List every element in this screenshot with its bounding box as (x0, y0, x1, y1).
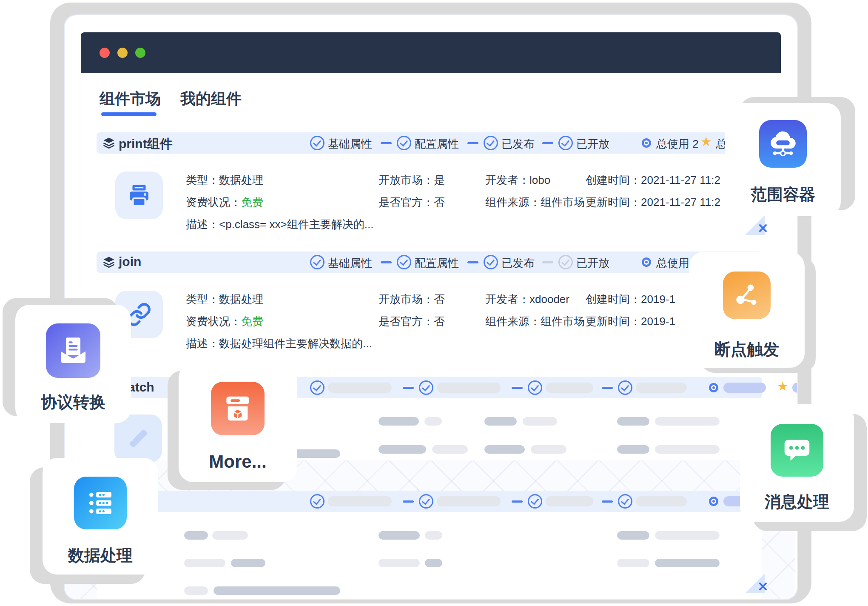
feature-card-label: 数据处理 (43, 545, 158, 566)
usage-count: 总使用 2 (656, 137, 699, 152)
step-check-icon (310, 136, 324, 150)
step-dash (542, 261, 553, 263)
card-title: join (119, 254, 141, 269)
usage-icon (642, 257, 651, 267)
step-check-icon (618, 380, 632, 395)
step-label-skeleton (636, 496, 687, 506)
step-check-icon (397, 136, 411, 150)
feature-card-more[interactable]: More... (179, 363, 297, 482)
field-value: 否 (434, 315, 445, 328)
field-label: 创建时间： (586, 174, 641, 186)
step-label-skeleton (437, 496, 501, 506)
feature-card-breakpoint-trigger[interactable]: 断点触发 (689, 252, 805, 368)
field-label: 资费状况： (186, 196, 241, 209)
step-dash (512, 387, 523, 389)
field-label: 是否官方： (379, 196, 434, 209)
step-label-skeleton (437, 383, 501, 393)
field-value: 2019-1 (641, 293, 675, 306)
skeleton-pill (213, 586, 340, 595)
step-dash (602, 387, 613, 389)
component-card-skeleton[interactable]: ★ (97, 491, 762, 600)
field-value: 2021-11-27 11:2 (641, 196, 720, 209)
field-label: 组件来源： (485, 196, 541, 209)
field-label: 开发者： (485, 293, 529, 306)
skeleton-pill (379, 559, 420, 567)
feature-card-label: 范围容器 (725, 184, 841, 206)
feature-card-message-processing[interactable]: 消息处理 (740, 404, 854, 522)
window-titlebar (81, 32, 781, 73)
skeleton-pill (617, 445, 649, 454)
close-selection-icon[interactable] (758, 223, 768, 233)
step-label: 已开放 (576, 137, 609, 152)
usage-skeleton (723, 383, 766, 393)
step-check-icon (310, 494, 324, 509)
star-icon: ★ (777, 379, 788, 394)
field-value: 2019-1 (641, 315, 675, 328)
field-value: xdooder (529, 293, 569, 306)
usage-icon (709, 497, 718, 506)
minimize-window-icon[interactable] (117, 48, 128, 58)
feature-card-scope-container[interactable]: 范围容器 (725, 103, 841, 216)
step-check-icon (484, 255, 498, 269)
active-tab-underline (101, 112, 157, 116)
chat-bubble-icon (771, 424, 823, 477)
field-label: 更新时间： (586, 196, 641, 209)
skeleton-pill (231, 559, 265, 567)
field-label: 类型： (186, 174, 219, 186)
layers-icon (102, 137, 115, 149)
card-header: join 基础属性 配置属性 已发布 已开放 总使用 6 ★ 总评 (97, 252, 762, 273)
field-value: lobo (529, 174, 550, 186)
field-label: 类型： (186, 293, 219, 306)
skeleton-pill (184, 559, 225, 567)
storefront-icon (211, 382, 265, 435)
step-check-icon (528, 380, 542, 395)
step-label-skeleton (636, 383, 687, 393)
printer-icon (115, 172, 163, 219)
field-value: 组件市场 (541, 196, 585, 209)
field-value: 否 (434, 293, 445, 306)
feature-card-protocol-conversion[interactable]: 协议转换 (15, 305, 131, 423)
field-value: 组件市场 (541, 315, 585, 328)
maximize-window-icon[interactable] (135, 48, 145, 58)
step-label-skeleton (546, 383, 593, 393)
feature-card-data-processing[interactable]: 数据处理 (43, 458, 158, 575)
field-value: 数据处理 (219, 174, 263, 186)
field-value: <p.class= xx>组件主要解决的... (219, 218, 373, 231)
step-check-icon (618, 494, 632, 509)
step-label: 基础属性 (328, 137, 372, 152)
skeleton-pill (655, 445, 720, 454)
step-dash (381, 261, 392, 263)
skeleton-pill (379, 531, 420, 540)
tab-my-components[interactable]: 我的组件 (180, 89, 242, 109)
component-card-join[interactable]: join 基础属性 配置属性 已发布 已开放 总使用 6 ★ 总评 (97, 252, 762, 354)
field-label: 组件来源： (485, 315, 541, 328)
star-icon: ★ (700, 134, 712, 149)
close-window-icon[interactable] (100, 48, 110, 58)
field-label: 资费状况： (186, 315, 241, 328)
field-label: 更新时间： (586, 315, 641, 328)
field-value: 否 (434, 196, 445, 209)
close-selection-icon[interactable] (758, 581, 768, 592)
field-label: 描述： (186, 218, 219, 231)
component-card-print[interactable]: print组件 基础属性 配置属性 已发布 已开放 总使用 2 ★ 总评 (97, 132, 762, 234)
step-label: 已发布 (501, 256, 535, 271)
step-check-icon (310, 255, 324, 269)
step-dash (403, 500, 414, 503)
step-label: 配置属性 (415, 137, 459, 152)
step-dash (467, 142, 478, 144)
field-value: 数据处理组件主要解决数据的... (219, 337, 372, 350)
skeleton-pill (379, 445, 426, 454)
field-label: 开发者： (485, 174, 529, 186)
skeleton-pill (531, 445, 566, 454)
skeleton-pill (655, 559, 720, 567)
skeleton-pill (425, 559, 442, 567)
skeleton-pill (424, 417, 442, 426)
step-label-skeleton (328, 383, 392, 393)
step-label: 已开放 (576, 256, 609, 271)
molecule-icon (723, 272, 771, 319)
feature-card-label: 断点触发 (689, 339, 805, 360)
layers-icon (102, 256, 115, 269)
tab-component-market[interactable]: 组件市场 (100, 89, 161, 109)
card-title: print组件 (119, 135, 173, 153)
step-check-icon (528, 494, 542, 509)
